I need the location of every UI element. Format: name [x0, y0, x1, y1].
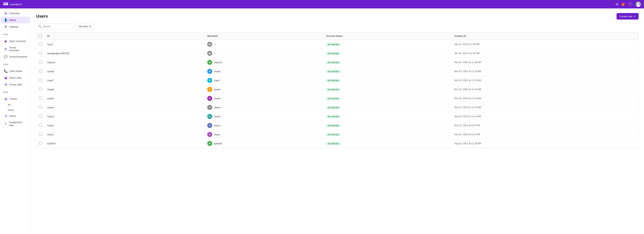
sidebar-item-assignment-logs[interactable]: ≡ Assignment logs — [1, 119, 30, 128]
row-checkbox-cell — [36, 103, 44, 112]
row-checkbox-cell — [36, 112, 44, 121]
cell-nickname: ⊖— — [204, 49, 323, 58]
svg-point-2 — [637, 5, 640, 7]
user-avatar-small: ⊖ — [207, 51, 212, 56]
sidebar-item-group-calls[interactable]: ⊞ Group calls — [1, 81, 30, 88]
nickname-text: User6 — [214, 88, 220, 91]
row-checkbox-cell — [36, 130, 44, 139]
cell-id: User10 — [44, 58, 204, 67]
row-checkbox[interactable] — [39, 60, 42, 64]
user-avatar-small: U — [207, 114, 212, 119]
cell-nickname: UUser4 — [204, 103, 323, 112]
cell-status: ACTIVATED — [323, 76, 452, 85]
user-avatar[interactable] — [636, 2, 641, 7]
search-box[interactable]: 🔍 — [36, 24, 74, 29]
sidebar-item-direct-calls[interactable]: ▦ Direct calls — [1, 74, 30, 81]
sidebar-item-users[interactable]: 👤 Users — [1, 17, 30, 24]
logo[interactable]: example3 ▾ — [3, 2, 23, 7]
user-avatar-small: U — [207, 123, 212, 128]
row-checkbox[interactable] — [39, 97, 42, 100]
nickname-text: User1 — [214, 133, 220, 136]
status-badge: ACTIVATED — [326, 52, 340, 55]
gift-icon[interactable]: 🎁 — [621, 2, 625, 6]
app-name[interactable]: example3 ▾ — [10, 3, 23, 6]
select-all-checkbox[interactable] — [39, 34, 42, 37]
cell-id: User7 — [44, 76, 204, 85]
cell-id: Use1 — [44, 40, 204, 49]
table-row: User7UUser7ACTIVATEDNov 23, 2021 at 11:1… — [36, 76, 638, 85]
table-row: User5UUser5ACTIVATEDNov 23, 2021 at 11:1… — [36, 94, 638, 103]
cell-created-on: Nov 23, 2021 at 11:15 AM — [452, 58, 638, 67]
cell-status: ACTIVATED — [323, 121, 452, 130]
chat-section-label: Chat — [0, 32, 30, 36]
row-checkbox[interactable] — [39, 88, 42, 90]
sidebar: ⊞ Overview 👤 Users ⚙ Settings Chat ◉ Ope… — [0, 8, 31, 234]
nickname-text: User4 — [214, 106, 220, 109]
row-checkbox[interactable] — [39, 133, 42, 136]
nickname-with-avatar: UUser10 — [207, 60, 321, 65]
header-nickname: Nickname — [204, 32, 323, 40]
create-user-button[interactable]: Users Create user + — [616, 13, 639, 20]
help-icon[interactable]: ? — [628, 2, 632, 6]
nickname-with-avatar: UUser7 — [207, 78, 321, 83]
mail-icon[interactable]: ✉ — [616, 2, 618, 6]
cell-status: ACTIVATED — [323, 40, 452, 49]
sidebar-item-views[interactable]: ⊡ Views — [1, 112, 30, 119]
sidebar-item-announcements[interactable]: 💬 Announcements — [1, 53, 30, 60]
nickname-text: User7 — [214, 79, 220, 82]
filter-button[interactable]: All users ▾ — [76, 24, 94, 29]
status-badge: ACTIVATED — [326, 61, 340, 64]
assignment-logs-icon: ≡ — [4, 122, 8, 126]
sidebar-item-settings[interactable]: ⚙ Settings — [1, 24, 30, 30]
sidebar-item-tickets[interactable]: ▤ Tickets — [1, 96, 30, 102]
row-checkbox-cell — [36, 94, 44, 103]
cell-status: ACTIVATED — [323, 94, 452, 103]
row-checkbox[interactable] — [39, 115, 42, 118]
sidebar-item-calls-studio[interactable]: 📞 Calls studio — [1, 68, 30, 74]
row-checkbox-cell — [36, 67, 44, 76]
cell-id: User6 — [44, 85, 204, 94]
row-checkbox[interactable] — [39, 142, 42, 144]
sidebar-item-overview[interactable]: ⊞ Overview — [1, 10, 30, 17]
calls-studio-icon: 📞 — [4, 69, 8, 73]
row-checkbox[interactable] — [39, 79, 42, 82]
page-header: Users Users Create user + — [36, 13, 639, 20]
status-badge: ACTIVATED — [326, 97, 340, 100]
cell-id: 914875 — [44, 139, 204, 148]
row-checkbox[interactable] — [39, 52, 42, 54]
status-badge: ACTIVATED — [326, 142, 340, 146]
user-avatar-small: U — [207, 78, 212, 83]
header-account-status: Account status — [323, 32, 452, 40]
nickname-with-avatar: UUser5 — [207, 96, 321, 101]
row-checkbox[interactable] — [39, 106, 42, 108]
users-icon: 👤 — [4, 18, 8, 22]
cell-nickname: ⊖— — [204, 40, 323, 49]
open-channels-icon: ◉ — [4, 39, 8, 43]
table-row: sendbirdian-200720⊖—ACTIVATEDJan 14, 202… — [36, 49, 638, 58]
user-avatar-small: U — [207, 87, 212, 92]
main-content: Users Users Create user + 🔍 All users ▾ — [31, 8, 644, 234]
header-checkbox-cell — [36, 32, 44, 40]
table-row: User8UUser8ACTIVATEDNov 23, 2021 at 11:1… — [36, 67, 638, 76]
sidebar-item-open-channels[interactable]: ◉ Open channels — [1, 38, 30, 44]
table-row: User3UUser3ACTIVATEDNov 23, 2021 at 11:1… — [36, 112, 638, 121]
cell-created-on: Nov 23, 2021 at 11:14 AM — [452, 112, 638, 121]
row-checkbox[interactable] — [39, 70, 42, 72]
search-input[interactable] — [42, 25, 72, 28]
cell-status: ACTIVATED — [323, 130, 452, 139]
table-header-row: ID Nickname Account status Created on — [36, 32, 638, 40]
desk-section-label: Desk — [0, 90, 30, 94]
row-checkbox[interactable] — [39, 42, 42, 46]
user-avatar-small: ⊖ — [207, 42, 212, 47]
sidebar-subitem-all[interactable]: All — [0, 102, 30, 108]
row-checkbox[interactable] — [39, 124, 42, 126]
sidebar-subitem-yours[interactable]: Yours — [0, 108, 30, 112]
cell-status: ACTIVATED — [323, 103, 452, 112]
status-badge: ACTIVATED — [326, 88, 340, 91]
top-navigation: example3 ▾ ✉ 🎁 ? — [0, 0, 644, 8]
cell-nickname: UUser2 — [204, 121, 323, 130]
cell-nickname: UUser8 — [204, 67, 323, 76]
sidebar-item-group-channels[interactable]: ⊟ Group channels — [1, 44, 30, 53]
nickname-with-avatar: ⊖— — [207, 51, 321, 56]
top-nav-icons: ✉ 🎁 ? — [616, 2, 641, 7]
